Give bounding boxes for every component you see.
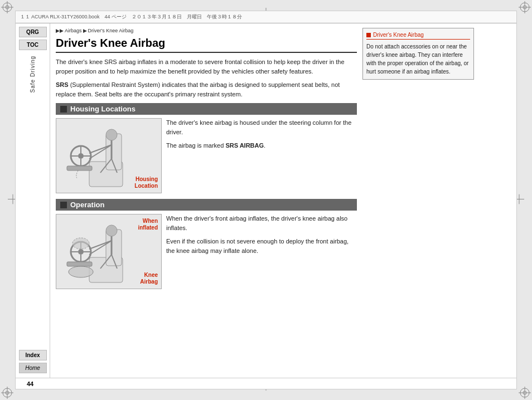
operation-header-label: Operation (70, 201, 104, 209)
housing-header-label: Housing Locations (70, 105, 136, 113)
qrg-button[interactable]: QRG (19, 27, 47, 37)
page-footer: 44 (16, 378, 516, 389)
page-outer: １１ ACURA RLX-31TY26000.book 44 ページ ２０１３年… (0, 0, 532, 400)
content-right: Driver's Knee Airbag Do not attach acces… (362, 28, 474, 373)
main-layout: QRG TOC Safe Driving Index Home ▶▶ Airba… (16, 23, 516, 378)
content-area: ▶▶ Airbags ▶ Driver's Knee Airbag Driver… (50, 23, 516, 378)
breadcrumb: ▶▶ Airbags ▶ Driver's Knee Airbag (56, 28, 357, 33)
breadcrumb-item-2: Driver's Knee Airbag (88, 28, 134, 33)
housing-text: The driver's knee airbag is housed under… (166, 118, 357, 193)
svg-point-42 (78, 249, 84, 255)
operation-text-2: Even if the collision is not severe enou… (166, 237, 357, 255)
page-number: 44 (27, 381, 33, 387)
content-left: ▶▶ Airbags ▶ Driver's Knee Airbag Driver… (56, 28, 357, 373)
right-panel-title: Driver's Knee Airbag (366, 32, 470, 40)
srs-paragraph: SRS (Supplemental Restraint System) indi… (56, 80, 357, 99)
intro-paragraph: The driver's knee SRS airbag inflates in… (56, 57, 357, 76)
breadcrumb-arrow1: ▶▶ (56, 28, 64, 33)
right-panel-title-square (366, 33, 371, 37)
svg-point-55 (72, 238, 89, 249)
housing-content-block: Housing Location The driver's knee airba… (56, 118, 357, 193)
operation-diagram-label-top: When inflated (138, 218, 158, 231)
section-label: Safe Driving (30, 56, 36, 92)
header-bar: １１ ACURA RLX-31TY26000.book 44 ページ ２０１３年… (16, 11, 516, 23)
sidebar-bottom: Index Home (19, 350, 47, 378)
srs-suffix: (Supplemental Restraint System) indicate… (56, 81, 340, 97)
home-button[interactable]: Home (19, 363, 47, 373)
index-button[interactable]: Index (19, 350, 47, 360)
housing-header-square (60, 106, 67, 113)
svg-rect-53 (67, 262, 92, 266)
housing-diagram-label: Housing Location (134, 176, 158, 189)
operation-section-header: Operation (56, 199, 357, 211)
home-icon: Home (25, 365, 40, 371)
corner-decoration-bl (1, 387, 13, 399)
operation-content-block: When inflated Knee Airbag When the drive… (56, 214, 357, 289)
header-text: １１ ACURA RLX-31TY26000.book 44 ページ ２０１３年… (20, 13, 242, 21)
svg-rect-38 (67, 166, 92, 170)
svg-point-32 (106, 129, 117, 140)
operation-diagram: When inflated Knee Airbag (56, 214, 162, 289)
corner-decoration-tr (519, 1, 531, 13)
corner-decoration-tl (1, 1, 13, 13)
operation-diagram-label-bottom: Knee Airbag (140, 272, 158, 285)
toc-button[interactable]: TOC (19, 40, 47, 50)
srs-prefix: SRS (56, 81, 69, 88)
housing-section-header: Housing Locations (56, 103, 357, 115)
page: １１ ACURA RLX-31TY26000.book 44 ページ ２０１３年… (15, 11, 517, 389)
svg-point-47 (106, 225, 117, 236)
housing-text-1: The driver's knee airbag is housed under… (166, 118, 357, 136)
corner-decoration-br (519, 387, 531, 399)
operation-text: When the driver's front airbag inflates,… (166, 214, 357, 289)
operation-header-square (60, 202, 67, 208)
right-panel-text: Do not attach accessories on or near the… (366, 42, 470, 76)
breadcrumb-item-1: Airbags (65, 28, 82, 33)
right-panel-title-text: Driver's Knee Airbag (373, 32, 424, 38)
right-panel: Driver's Knee Airbag Do not attach acces… (362, 28, 474, 80)
sidebar: QRG TOC Safe Driving Index Home (16, 23, 50, 378)
operation-text-1: When the driver's front airbag inflates,… (166, 214, 357, 232)
housing-diagram: Housing Location (56, 118, 162, 193)
svg-point-27 (78, 153, 84, 159)
breadcrumb-separator: ▶ (83, 28, 87, 33)
housing-text-2: The airbag is marked SRS AIRBAG. (166, 141, 357, 150)
svg-point-54 (69, 266, 93, 277)
page-title: Driver's Knee Airbag (56, 37, 357, 53)
